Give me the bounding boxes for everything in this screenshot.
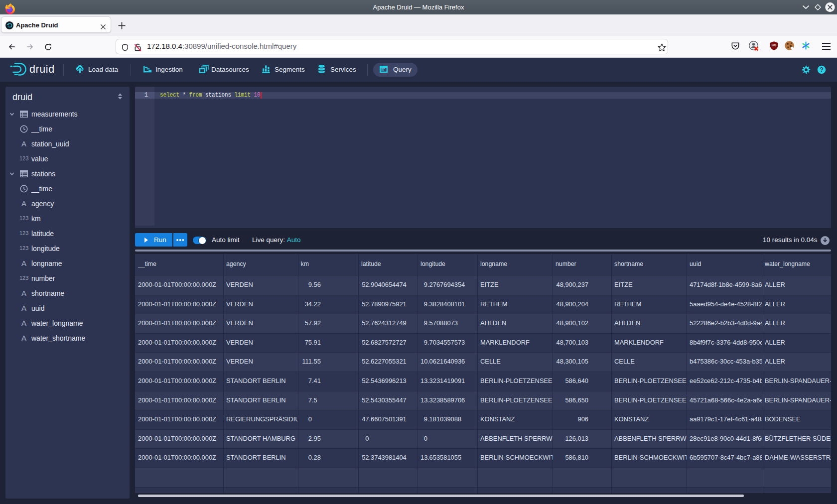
svg-text:uO: uO — [772, 43, 776, 47]
svg-text:?: ? — [820, 66, 823, 73]
